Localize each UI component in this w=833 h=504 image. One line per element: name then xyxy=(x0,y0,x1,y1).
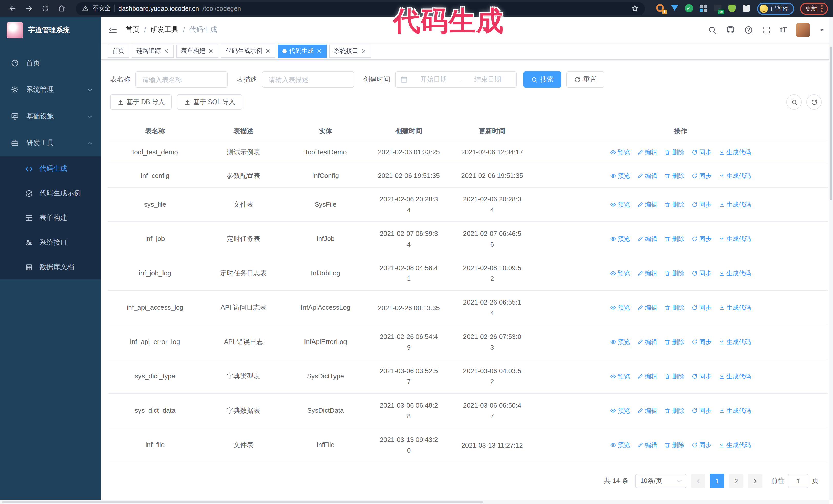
sync-link[interactable]: 同步 xyxy=(691,147,712,157)
edit-link[interactable]: 编辑 xyxy=(637,337,657,347)
horizontal-scrollbar[interactable] xyxy=(0,500,829,504)
close-icon[interactable] xyxy=(265,48,271,54)
create-time-range-picker[interactable]: 开始日期 - 结束日期 xyxy=(395,71,517,88)
close-icon[interactable] xyxy=(361,48,366,54)
delete-link[interactable]: 删除 xyxy=(664,406,684,416)
preview-link[interactable]: 预览 xyxy=(610,337,630,347)
delete-link[interactable]: 删除 xyxy=(664,234,684,244)
delete-link[interactable]: 删除 xyxy=(664,199,684,210)
edit-link[interactable]: 编辑 xyxy=(637,147,657,157)
generate-code-link[interactable]: 生成代码 xyxy=(719,147,751,157)
browser-home-button[interactable] xyxy=(54,1,69,16)
generate-code-link[interactable]: 生成代码 xyxy=(719,303,751,313)
github-icon[interactable] xyxy=(726,25,735,34)
table-name-input[interactable] xyxy=(135,71,228,88)
preview-link[interactable]: 预览 xyxy=(610,234,630,244)
generate-code-link[interactable]: 生成代码 xyxy=(719,170,751,181)
vertical-scrollbar-thumb[interactable] xyxy=(830,47,832,200)
close-icon[interactable] xyxy=(208,48,214,54)
fullscreen-icon[interactable] xyxy=(762,25,771,34)
user-avatar[interactable] xyxy=(796,23,810,37)
tab-codegen-example[interactable]: 代码生成示例 xyxy=(221,44,275,58)
generate-code-link[interactable]: 生成代码 xyxy=(719,337,751,347)
sidebar-item-devtools[interactable]: 研发工具 xyxy=(0,130,101,157)
extensions-puzzle-icon[interactable] xyxy=(742,4,751,13)
delete-link[interactable]: 删除 xyxy=(664,371,684,381)
import-db-button[interactable]: 基于 DB 导入 xyxy=(110,94,172,110)
preview-link[interactable]: 预览 xyxy=(610,303,630,313)
extension-grid-icon[interactable] xyxy=(699,4,708,13)
generate-code-link[interactable]: 生成代码 xyxy=(719,268,751,279)
tab-home[interactable]: 首页 xyxy=(108,44,129,58)
sidebar-item-system[interactable]: 系统管理 xyxy=(0,76,101,103)
extension-check-icon[interactable]: ✓ xyxy=(685,4,693,13)
search-button[interactable]: 搜索 xyxy=(523,71,561,88)
delete-link[interactable]: 删除 xyxy=(664,337,684,347)
sync-link[interactable]: 同步 xyxy=(691,406,712,416)
preview-link[interactable]: 预览 xyxy=(610,406,630,416)
sync-link[interactable]: 同步 xyxy=(691,371,712,381)
next-page-button[interactable] xyxy=(748,474,762,488)
app-logo-row[interactable]: 芋道管理系统 xyxy=(0,17,101,44)
breadcrumb-devtools[interactable]: 研发工具 xyxy=(151,25,178,34)
page-button-1[interactable]: 1 xyxy=(710,474,724,488)
sidebar-item-codegen-example[interactable]: 代码生成示例 xyxy=(0,181,101,206)
address-bar[interactable]: 不安全 dashboard.yudao.iocoder.cn/tool/code… xyxy=(76,2,645,15)
page-size-select[interactable]: 10条/页 xyxy=(635,474,686,488)
sync-link[interactable]: 同步 xyxy=(691,440,712,450)
delete-link[interactable]: 删除 xyxy=(664,268,684,279)
browser-back-button[interactable] xyxy=(5,1,20,16)
browser-forward-button[interactable] xyxy=(22,1,36,16)
edit-link[interactable]: 编辑 xyxy=(637,406,657,416)
sync-link[interactable]: 同步 xyxy=(691,199,712,210)
breadcrumb-home[interactable]: 首页 xyxy=(125,25,139,34)
sidebar-item-codegen[interactable]: 代码生成 xyxy=(0,157,101,181)
browser-reload-button[interactable] xyxy=(38,1,52,16)
prev-page-button[interactable] xyxy=(691,474,705,488)
delete-link[interactable]: 删除 xyxy=(664,170,684,181)
extension-ring-icon[interactable]: 1 xyxy=(656,4,665,13)
sidebar-item-infra[interactable]: 基础设施 xyxy=(0,103,101,130)
preview-link[interactable]: 预览 xyxy=(610,147,630,157)
import-sql-button[interactable]: 基于 SQL 导入 xyxy=(177,94,242,110)
edit-link[interactable]: 编辑 xyxy=(637,199,657,210)
generate-code-link[interactable]: 生成代码 xyxy=(719,406,751,416)
sync-link[interactable]: 同步 xyxy=(691,337,712,347)
tab-system-api[interactable]: 系统接口 xyxy=(329,44,371,58)
sidebar-collapse-button[interactable] xyxy=(108,25,117,34)
edit-link[interactable]: 编辑 xyxy=(637,170,657,181)
preview-link[interactable]: 预览 xyxy=(610,371,630,381)
page-button-2[interactable]: 2 xyxy=(729,474,743,488)
font-size-icon[interactable]: tT xyxy=(780,26,787,34)
help-icon[interactable] xyxy=(744,25,753,34)
delete-link[interactable]: 删除 xyxy=(664,440,684,450)
generate-code-link[interactable]: 生成代码 xyxy=(719,234,751,244)
edit-link[interactable]: 编辑 xyxy=(637,371,657,381)
edit-link[interactable]: 编辑 xyxy=(637,268,657,279)
toggle-search-button[interactable] xyxy=(786,94,802,110)
sidebar-item-home[interactable]: 首页 xyxy=(0,50,101,76)
goto-page-input[interactable] xyxy=(788,474,808,488)
close-icon[interactable] xyxy=(316,48,322,54)
tab-trace[interactable]: 链路追踪 xyxy=(132,44,174,58)
tab-codegen[interactable]: 代码生成 xyxy=(278,44,327,58)
avatar-caret-down-icon[interactable] xyxy=(819,27,825,32)
horizontal-scrollbar-thumb[interactable] xyxy=(2,501,483,503)
tab-form-builder[interactable]: 表单构建 xyxy=(176,44,218,58)
preview-link[interactable]: 预览 xyxy=(610,170,630,181)
delete-link[interactable]: 删除 xyxy=(664,303,684,313)
extension-gem-icon[interactable] xyxy=(670,4,679,13)
extension-robot-icon[interactable] xyxy=(728,4,736,13)
edit-link[interactable]: 编辑 xyxy=(637,303,657,313)
sidebar-item-system-api[interactable]: 系统接口 xyxy=(0,230,101,255)
vertical-scrollbar[interactable] xyxy=(829,17,833,500)
edit-link[interactable]: 编辑 xyxy=(637,234,657,244)
refresh-table-button[interactable] xyxy=(806,94,822,110)
browser-update-chip[interactable]: 更新 xyxy=(800,2,828,15)
sidebar-item-db-doc[interactable]: 数据库文档 xyxy=(0,255,101,280)
preview-link[interactable]: 预览 xyxy=(610,199,630,210)
edit-link[interactable]: 编辑 xyxy=(637,440,657,450)
bookmark-star-icon[interactable] xyxy=(631,5,639,12)
extension-on-badge-icon[interactable]: on xyxy=(713,4,722,13)
delete-link[interactable]: 删除 xyxy=(664,147,684,157)
